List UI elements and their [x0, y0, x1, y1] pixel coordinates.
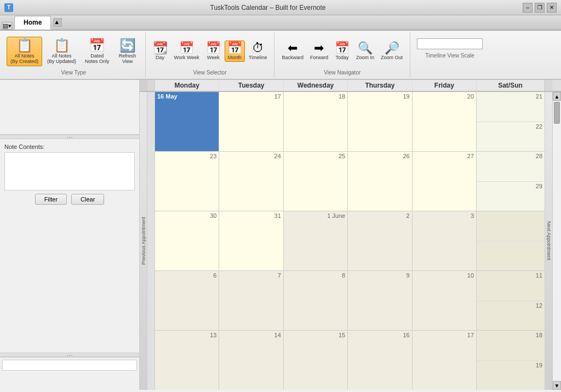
timeline-button[interactable]: ⏱ Timeline	[246, 41, 270, 62]
cell-may31[interactable]: 31	[219, 211, 283, 270]
app-icon: T	[4, 3, 13, 12]
search-resizer[interactable]	[0, 135, 139, 139]
cell-may26[interactable]: 26	[348, 152, 412, 211]
cell-june2[interactable]: 2	[348, 211, 412, 270]
main-area: Note Contents: Filter Clear Monday Tuesd…	[0, 80, 561, 390]
cell-june9[interactable]: 9	[348, 271, 412, 330]
tab-bar: ▤▾ Home ▲	[0, 15, 561, 31]
minimize-button[interactable]: –	[523, 3, 533, 13]
panel-resizer[interactable]	[0, 353, 139, 357]
cell-sun22[interactable]: 22	[477, 122, 545, 152]
calendar-body: Previous Appointment 16 May 17 18	[140, 92, 561, 390]
week-button[interactable]: 📅 Week	[203, 41, 224, 62]
scroll-thumb[interactable]	[554, 102, 560, 124]
cell-sat28[interactable]: 28	[477, 152, 545, 182]
tab-home[interactable]: Home	[14, 16, 51, 30]
scroll-down-button[interactable]: ▼	[553, 381, 561, 390]
date-sun29: 29	[479, 183, 542, 189]
cell-june10[interactable]: 10	[413, 271, 477, 330]
work-week-label: Work Week	[174, 55, 199, 60]
timeline-scale-label: Timeline View Scale	[425, 53, 474, 59]
header-tuesday: Tuesday	[219, 80, 283, 91]
vertical-scrollbar[interactable]: ▲ ▼	[552, 92, 561, 390]
cell-may30[interactable]: 30	[155, 211, 219, 270]
zoom-in-icon: 🔍	[358, 42, 373, 54]
clear-button[interactable]: Clear	[71, 194, 104, 205]
cell-may18[interactable]: 18	[284, 92, 348, 151]
cell-sat-sun-1: 21 22	[477, 92, 545, 151]
scroll-track[interactable]	[553, 101, 561, 381]
next-appointment-button[interactable]: Next Appointment	[545, 92, 552, 390]
cell-june15[interactable]: 15	[284, 331, 348, 390]
cell-june16[interactable]: 16	[348, 331, 412, 390]
cell-may17[interactable]: 17	[219, 92, 283, 151]
week-icon: 📅	[206, 42, 221, 54]
date-june17: 17	[415, 332, 474, 338]
header-wednesday: Wednesday	[284, 80, 348, 91]
cell-sun12[interactable]: 12	[477, 301, 545, 331]
cell-sun19[interactable]: 19	[477, 361, 545, 390]
cell-sat11[interactable]: 11	[477, 271, 545, 301]
cell-june3[interactable]: 3	[413, 211, 477, 270]
cell-june8[interactable]: 8	[284, 271, 348, 330]
cell-june14[interactable]: 14	[219, 331, 283, 390]
day-label: Day	[156, 55, 164, 60]
cell-may16[interactable]: 16 May	[155, 92, 219, 151]
work-week-button[interactable]: 📅 Work Week	[171, 41, 202, 62]
cell-june6[interactable]: 6	[155, 271, 219, 330]
cell-sat18[interactable]: 18	[477, 331, 545, 361]
date-sat11: 11	[479, 272, 542, 279]
cell-sat4[interactable]	[477, 211, 545, 241]
all-notes-updated-button[interactable]: 📋 All Notes(By Updated)	[43, 37, 80, 66]
cell-may24[interactable]: 24	[219, 152, 283, 211]
all-notes-updated-icon: 📋	[54, 39, 70, 52]
prev-appointment-button[interactable]: Previous Appointment	[140, 92, 147, 390]
forward-button[interactable]: ➡ Forward	[307, 41, 331, 62]
cell-sat-sun-2: 28 29	[477, 152, 545, 211]
cell-may27[interactable]: 27	[413, 152, 477, 211]
title-bar: T TuskTools Calendar – Built for Evernot…	[0, 0, 561, 15]
month-label: Month	[228, 55, 242, 60]
cell-june13[interactable]: 13	[155, 331, 219, 390]
zoom-in-button[interactable]: 🔍 Zoom In	[353, 41, 377, 62]
date-june16: 16	[350, 332, 409, 338]
filter-button[interactable]: Filter	[35, 194, 67, 205]
backward-button[interactable]: ⬅ Backward	[279, 41, 306, 62]
cell-may23[interactable]: 23	[155, 152, 219, 211]
cell-june7[interactable]: 7	[219, 271, 283, 330]
bottom-search-input[interactable]	[2, 360, 137, 371]
cell-may19[interactable]: 19	[348, 92, 412, 151]
doc-selector-tab[interactable]: ▤▾	[2, 22, 12, 30]
prev-appointment-label: Previous Appointment	[141, 217, 146, 265]
week-numbers-col	[147, 92, 155, 390]
note-contents-textarea[interactable]	[4, 152, 135, 191]
close-button[interactable]: ✕	[547, 3, 557, 13]
scrollbar-header	[552, 80, 561, 91]
cell-may25[interactable]: 25	[284, 152, 348, 211]
refresh-button[interactable]: 🔄 RefreshView	[115, 37, 141, 66]
view-navigator-buttons: ⬅ Backward ➡ Forward 📅 Today 🔍 Zoom In 🔎…	[279, 34, 405, 68]
scroll-up-button[interactable]: ▲	[553, 92, 561, 101]
cell-may20[interactable]: 20	[413, 92, 477, 151]
timeline-scale-control[interactable]	[417, 38, 483, 49]
month-icon: 📅	[227, 42, 242, 54]
today-button[interactable]: 📅 Today	[332, 41, 352, 62]
date-june8: 8	[286, 272, 345, 279]
left-panel: Note Contents: Filter Clear	[0, 80, 140, 390]
restore-button[interactable]: ❐	[535, 3, 545, 13]
calendar-week-4: 6 7 8 9 10 11	[155, 271, 545, 331]
date-june14: 14	[221, 332, 280, 338]
cell-sun29[interactable]: 29	[477, 182, 545, 211]
all-notes-created-button[interactable]: 📋 All Notes(By Created)	[7, 37, 42, 66]
dated-notes-button[interactable]: 📅 DatedNotes Only	[81, 37, 113, 66]
prev-appt-header	[147, 80, 155, 91]
cell-june17[interactable]: 17	[413, 331, 477, 390]
cell-sun5[interactable]	[477, 241, 545, 271]
collapse-ribbon-button[interactable]: ▲	[53, 18, 62, 27]
cell-june1[interactable]: 1 June	[284, 211, 348, 270]
zoom-out-button[interactable]: 🔎 Zoom Out	[378, 41, 405, 62]
month-button[interactable]: 📅 Month	[225, 41, 245, 62]
cell-sat21[interactable]: 21	[477, 92, 545, 122]
date-june2: 2	[350, 212, 409, 219]
day-button[interactable]: 📆 Day	[150, 41, 170, 62]
